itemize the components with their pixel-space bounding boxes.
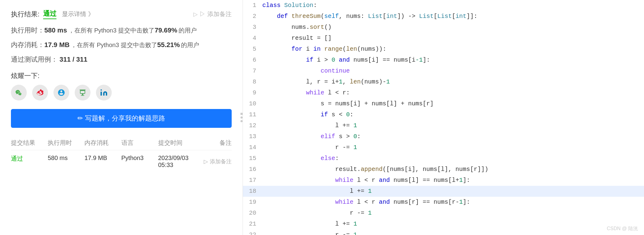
submission-row: 通过 580 ms 17.9 MB Python3 2023/09/03 05:… <box>11 150 232 169</box>
line-content: for i in range(len(nums)): <box>261 44 644 55</box>
share-section: 炫耀一下: <box>11 71 232 100</box>
line-content: continue <box>261 66 644 77</box>
table-row: 11 if s < 0: <box>243 109 644 120</box>
write-solution-button[interactable]: ✏ 写题解，分享我的解题思路 <box>11 109 232 128</box>
result-label: 执行结果: <box>11 10 39 19</box>
svg-point-5 <box>101 89 102 90</box>
line-number: 7 <box>243 66 261 77</box>
share-icons <box>11 85 232 100</box>
line-number: 1 <box>243 0 261 11</box>
line-content: r -= 1 <box>261 142 644 153</box>
svg-rect-0 <box>80 90 86 90</box>
line-content: if s < 0: <box>261 109 644 120</box>
divider-dot-1 <box>240 113 243 115</box>
line-number: 4 <box>243 33 261 44</box>
table-row: 7 continue <box>243 66 644 77</box>
line-number: 14 <box>243 142 261 153</box>
table-row: 17 while l < r and nums[l] == nums[l+1]: <box>243 175 644 186</box>
line-number: 22 <box>243 230 261 235</box>
table-row: 8 l, r = i+1, len(nums)-1 <box>243 77 644 87</box>
weibo-icon[interactable] <box>32 85 48 100</box>
result-pass[interactable]: 通过 <box>43 9 56 19</box>
line-number: 19 <box>243 197 261 208</box>
row-date: 2023/09/03 05:33 <box>158 155 195 169</box>
memory-label: 内存消耗： <box>11 40 44 49</box>
line-content: result = [] <box>261 33 644 44</box>
divider-dot-3 <box>240 120 243 122</box>
wechat-icon[interactable] <box>11 85 27 100</box>
add-note-flag-icon: ▷ <box>204 158 208 165</box>
line-number: 13 <box>243 131 261 142</box>
table-row: 15 else: <box>243 153 644 164</box>
table-row: 3 nums.sort() <box>243 22 644 33</box>
row-note[interactable]: ▷ 添加备注 <box>195 155 232 169</box>
runtime-desc: ，在所有 Python3 提交中击败了 <box>68 26 155 35</box>
table-row: 14 r -= 1 <box>243 142 644 153</box>
runtime-label: 执行用时： <box>11 26 44 35</box>
watermark: CSDN @ 陆洸 <box>607 226 638 232</box>
table-row: 6 if i > 0 and nums[i] == nums[i-1]: <box>243 55 644 66</box>
table-row: 21 l += 1 <box>243 219 644 230</box>
line-number: 9 <box>243 87 261 98</box>
submissions-header: 提交结果 执行用时 内存消耗 语言 提交时间 备注 <box>11 139 232 150</box>
row-lang: Python3 <box>121 155 158 169</box>
line-content: def threeSum(self, nums: List[int]) -> L… <box>261 11 644 22</box>
runtime-row: 执行用时： 580 ms ，在所有 Python3 提交中击败了 79.69% … <box>11 26 232 35</box>
line-content: l, r = i+1, len(nums)-1 <box>261 77 644 87</box>
line-number: 17 <box>243 175 261 186</box>
table-row: 22 r -= 1 <box>243 230 644 235</box>
table-row: 19 while l < r and nums[r] == nums[r-1]: <box>243 197 644 208</box>
col-result: 提交结果 <box>11 139 48 147</box>
line-number: 6 <box>243 55 261 66</box>
line-content: while l < r: <box>261 87 644 98</box>
table-row: 2 def threeSum(self, nums: List[int]) ->… <box>243 11 644 22</box>
line-content: r -= 1 <box>261 230 644 235</box>
line-content: while l < r and nums[r] == nums[r-1]: <box>261 197 644 208</box>
douban-icon[interactable] <box>75 85 90 100</box>
col-note: 备注 <box>195 139 232 147</box>
line-number: 8 <box>243 77 261 87</box>
line-content: l += 1 <box>261 120 644 131</box>
line-content: else: <box>261 153 644 164</box>
code-table: 1class Solution:2 def threeSum(self, num… <box>243 0 644 235</box>
col-memory: 内存消耗 <box>84 139 121 147</box>
row-result[interactable]: 通过 <box>11 155 48 169</box>
table-row: 18 l += 1 <box>243 186 644 197</box>
linkedin-icon[interactable] <box>96 85 112 100</box>
line-content: while l < r and nums[l] == nums[l+1]: <box>261 175 644 186</box>
testcase-value: 311 / 311 <box>60 56 87 63</box>
result-detail[interactable]: 显示详情 》 <box>62 10 94 18</box>
table-row: 4 result = [] <box>243 33 644 44</box>
code-editor-panel: 1class Solution:2 def threeSum(self, num… <box>243 0 644 235</box>
qq-icon[interactable] <box>53 85 69 100</box>
line-number: 15 <box>243 153 261 164</box>
line-number: 16 <box>243 164 261 175</box>
table-row: 13 elif s > 0: <box>243 131 644 142</box>
col-date: 提交时间 <box>158 139 195 147</box>
code-area[interactable]: 1class Solution:2 def threeSum(self, num… <box>243 0 644 235</box>
line-content: s = nums[i] + nums[l] + nums[r] <box>261 98 644 109</box>
line-content: result.append([nums[i], nums[l], nums[r]… <box>261 164 644 175</box>
left-panel: 执行结果: 通过 显示详情 》 ▷ ▷ 添加备注 执行用时： 580 ms ，在… <box>0 0 243 235</box>
col-lang: 语言 <box>121 139 158 147</box>
line-content: l += 1 <box>261 186 644 197</box>
memory-suffix: 的用户 <box>181 41 199 49</box>
testcase-label: 通过测试用例： <box>11 55 60 64</box>
runtime-suffix: 的用户 <box>179 26 197 35</box>
divider-dot-2 <box>240 117 243 119</box>
line-number: 20 <box>243 208 261 219</box>
runtime-value: 580 ms <box>44 26 67 34</box>
table-row: 16 result.append([nums[i], nums[l], nums… <box>243 164 644 175</box>
line-number: 3 <box>243 22 261 33</box>
add-note-btn[interactable]: ▷ ▷ 添加备注 <box>193 10 232 18</box>
memory-desc: ，在所有 Python3 提交中击败了 <box>71 41 157 49</box>
line-content: if i > 0 and nums[i] == nums[i-1]: <box>261 55 644 66</box>
line-content: l += 1 <box>261 219 644 230</box>
col-time: 执行用时 <box>48 139 84 147</box>
line-number: 18 <box>243 186 261 197</box>
table-row: 12 l += 1 <box>243 120 644 131</box>
memory-percent: 55.21% <box>157 41 180 49</box>
table-row: 9 while l < r: <box>243 87 644 98</box>
table-row: 1class Solution: <box>243 0 644 11</box>
runtime-percent: 79.69% <box>155 26 177 34</box>
